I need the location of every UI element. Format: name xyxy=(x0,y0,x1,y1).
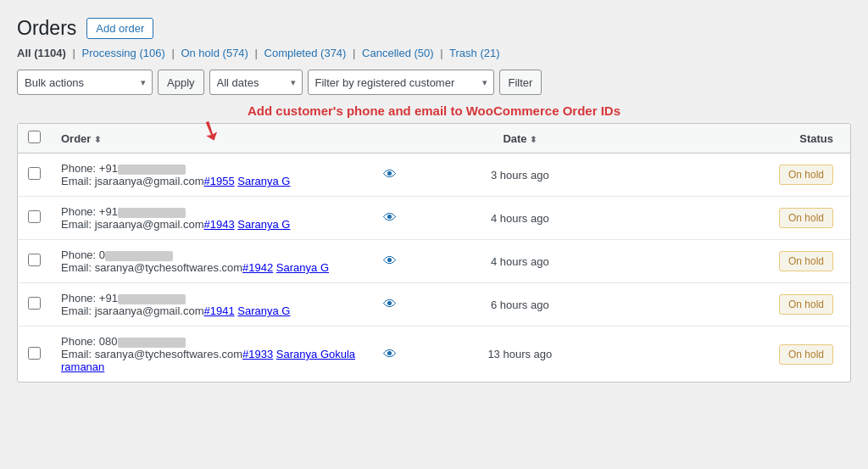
email-line: Email: saranya@tychesoftwares.com#1942 S… xyxy=(61,261,363,274)
order-id-link[interactable]: #1942 xyxy=(242,261,273,274)
phone-blurred xyxy=(105,251,173,261)
row-checkbox[interactable] xyxy=(28,347,41,360)
eye-icon[interactable]: 👁 xyxy=(383,210,397,225)
order-id-link[interactable]: #1943 xyxy=(204,218,235,231)
apply-button[interactable]: Apply xyxy=(158,70,204,95)
order-info-cell: Phone: 080 Email: saranya@tychesoftwares… xyxy=(51,327,373,382)
status-column-header: Status xyxy=(633,124,850,154)
eye-icon[interactable]: 👁 xyxy=(383,167,397,181)
phone-line: Phone: +91 xyxy=(61,292,363,304)
date-sort-icon: ⬍ xyxy=(530,135,537,144)
status-cell: On hold xyxy=(633,197,850,240)
filter-trash[interactable]: Trash (21) xyxy=(449,47,500,59)
date-cell: 4 hours ago xyxy=(407,240,633,283)
select-all-checkbox[interactable] xyxy=(28,131,41,143)
phone-line: Phone: 0 xyxy=(61,248,363,261)
order-info-cell: Phone: +91 Email: jsaraanya@gmail.com#19… xyxy=(51,154,373,197)
order-sort-icon: ⬍ xyxy=(94,135,101,144)
customer-filter-select[interactable]: Filter by registered customer xyxy=(308,70,494,95)
phone-line: Phone: +91 xyxy=(61,162,363,175)
eye-column-header xyxy=(373,124,407,154)
eye-icon-cell[interactable]: 👁 xyxy=(373,283,407,327)
select-all-header xyxy=(18,124,51,154)
eye-icon[interactable]: 👁 xyxy=(383,347,397,361)
email-line: Email: jsaraanya@gmail.com#1943 Saranya … xyxy=(61,218,363,231)
phone-blurred xyxy=(118,338,186,348)
phone-line: Phone: 080 xyxy=(61,335,363,348)
toolbar: Bulk actions Apply All dates Filter by r… xyxy=(17,70,851,95)
eye-icon[interactable]: 👁 xyxy=(383,297,397,311)
customer-name-link[interactable]: Saranya G xyxy=(237,175,290,187)
date-cell: 4 hours ago xyxy=(407,197,633,240)
order-id-link[interactable]: #1941 xyxy=(204,304,235,317)
filter-on-hold[interactable]: On hold (574) xyxy=(181,47,251,59)
order-info-cell: Phone: +91 Email: jsaraanya@gmail.com#19… xyxy=(51,283,373,327)
phone-blurred xyxy=(118,208,186,218)
customer-filter-wrap: Filter by registered customer xyxy=(308,70,494,95)
banner-text: Add customer's phone and email to WooCom… xyxy=(248,103,620,118)
date-cell: 13 hours ago xyxy=(407,327,633,382)
phone-blurred xyxy=(118,294,186,304)
customer-name-link[interactable]: Saranya Gokula ramanan xyxy=(61,348,355,373)
status-badge: On hold xyxy=(779,344,833,365)
status-cell: On hold xyxy=(633,240,850,283)
status-badge: On hold xyxy=(779,294,833,315)
status-cell: On hold xyxy=(633,283,850,327)
row-checkbox[interactable] xyxy=(28,210,41,223)
email-line: Email: jsaraanya@gmail.com#1941 Saranya … xyxy=(61,304,363,317)
table-row: Phone: 0 Email: saranya@tychesoftwares.c… xyxy=(18,240,850,283)
date-cell: 3 hours ago xyxy=(407,154,633,197)
table-row: Phone: +91 Email: jsaraanya@gmail.com#19… xyxy=(18,283,850,327)
email-line: Email: jsaraanya@gmail.com#1955 Saranya … xyxy=(61,175,363,187)
dates-select[interactable]: All dates xyxy=(209,70,303,95)
phone-line: Phone: +91 xyxy=(61,205,363,218)
bulk-actions-wrap: Bulk actions xyxy=(17,70,153,95)
filter-cancelled[interactable]: Cancelled (50) xyxy=(362,47,437,59)
customer-name-link[interactable]: Saranya G xyxy=(237,218,290,231)
order-info-cell: Phone: +91 Email: jsaraanya@gmail.com#19… xyxy=(51,197,373,240)
status-cell: On hold xyxy=(633,154,850,197)
eye-icon-cell[interactable]: 👁 xyxy=(373,327,407,382)
dates-wrap: All dates xyxy=(209,70,303,95)
customer-name-link[interactable]: Saranya G xyxy=(276,261,329,274)
customer-name-link[interactable]: Saranya G xyxy=(237,304,290,317)
filter-completed[interactable]: Completed (374) xyxy=(264,47,349,59)
order-id-link[interactable]: #1955 xyxy=(204,175,235,187)
phone-blurred xyxy=(118,165,186,175)
eye-icon-cell[interactable]: 👁 xyxy=(373,240,407,283)
status-cell: On hold xyxy=(633,327,850,382)
table-row: Phone: +91 Email: jsaraanya@gmail.com#19… xyxy=(18,154,850,197)
filter-links: All (1104) | Processing (106) | On hold … xyxy=(17,47,851,59)
row-checkbox[interactable] xyxy=(28,254,41,266)
status-badge: On hold xyxy=(779,165,833,185)
table-row: Phone: +91 Email: jsaraanya@gmail.com#19… xyxy=(18,197,850,240)
orders-table-wrap: ➘ Order ⬍ xyxy=(17,123,851,382)
eye-icon[interactable]: 👁 xyxy=(383,254,397,268)
add-order-button[interactable]: Add order xyxy=(86,18,153,39)
filter-processing[interactable]: Processing (106) xyxy=(81,47,168,59)
status-badge: On hold xyxy=(779,208,833,228)
date-cell: 6 hours ago xyxy=(407,283,633,327)
banner: Add customer's phone and email to WooCom… xyxy=(17,103,851,118)
orders-table-container: Order ⬍ Date ⬍ Status Phone: +91 xyxy=(17,123,851,382)
page-title: Orders xyxy=(17,17,76,40)
filter-button[interactable]: Filter xyxy=(499,70,542,95)
row-checkbox[interactable] xyxy=(28,167,41,180)
order-info-cell: Phone: 0 Email: saranya@tychesoftwares.c… xyxy=(51,240,373,283)
row-checkbox[interactable] xyxy=(28,297,41,310)
order-id-link[interactable]: #1933 xyxy=(242,348,273,360)
eye-icon-cell[interactable]: 👁 xyxy=(373,154,407,197)
table-row: Phone: 080 Email: saranya@tychesoftwares… xyxy=(18,327,850,382)
eye-icon-cell[interactable]: 👁 xyxy=(373,197,407,240)
bulk-actions-select[interactable]: Bulk actions xyxy=(17,70,153,95)
status-badge: On hold xyxy=(779,251,833,271)
filter-all[interactable]: All (1104) xyxy=(17,47,69,59)
orders-table: Order ⬍ Date ⬍ Status Phone: +91 xyxy=(18,124,850,382)
order-column-header[interactable]: Order ⬍ xyxy=(51,124,373,154)
date-column-header[interactable]: Date ⬍ xyxy=(407,124,633,154)
email-line: Email: saranya@tychesoftwares.com#1933 S… xyxy=(61,348,363,373)
